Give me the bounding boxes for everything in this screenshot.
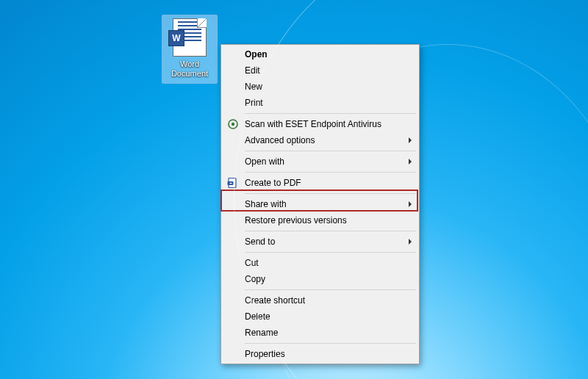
menu-item-label: Cut	[245, 258, 259, 268]
menu-item-label: Send to	[245, 237, 275, 247]
svg-point-1	[232, 123, 234, 126]
menu-item-label: Print	[245, 98, 263, 108]
menu-item-properties[interactable]: Properties	[223, 346, 417, 362]
menu-item-create-to-pdf[interactable]: Create to PDF	[223, 175, 417, 191]
pdf-icon	[227, 177, 239, 189]
menu-separator	[245, 252, 416, 253]
menu-item-label: Advanced options	[245, 135, 315, 145]
menu-item-label: Copy	[245, 274, 265, 284]
menu-item-label: Create to PDF	[245, 178, 301, 188]
menu-separator	[245, 151, 416, 151]
svg-rect-4	[230, 183, 232, 184]
file-label: Word Document	[164, 59, 215, 79]
submenu-arrow-icon	[409, 137, 412, 143]
menu-item-label: Properties	[245, 349, 285, 359]
menu-item-open[interactable]: Open	[223, 46, 417, 62]
menu-item-print[interactable]: Print	[223, 95, 417, 111]
menu-separator	[245, 343, 416, 344]
menu-item-label: Scan with ESET Endpoint Antivirus	[245, 119, 381, 129]
menu-item-advanced-options[interactable]: Advanced options	[223, 132, 417, 148]
submenu-arrow-icon	[409, 201, 412, 207]
menu-item-edit[interactable]: Edit	[223, 62, 417, 79]
submenu-arrow-icon	[409, 239, 412, 245]
menu-item-open-with[interactable]: Open with	[223, 154, 417, 170]
menu-item-delete[interactable]: Delete	[223, 308, 417, 325]
file-icon-word-document[interactable]: W Word Document	[162, 15, 218, 84]
context-menu: Open Edit New Print Scan with ESET Endpo…	[220, 44, 420, 364]
submenu-arrow-icon	[409, 159, 412, 165]
menu-item-cut[interactable]: Cut	[223, 255, 417, 271]
menu-item-copy[interactable]: Copy	[223, 271, 417, 287]
menu-item-label: Delete	[245, 311, 270, 322]
menu-item-label: Rename	[245, 328, 278, 338]
word-document-icon: W	[173, 18, 207, 57]
menu-item-label: Share with	[245, 199, 287, 209]
menu-item-label: Edit	[245, 65, 260, 76]
menu-item-new[interactable]: New	[223, 79, 417, 95]
menu-item-restore-previous-versions[interactable]: Restore previous versions	[223, 212, 417, 228]
menu-separator	[245, 231, 416, 231]
menu-item-rename[interactable]: Rename	[223, 325, 417, 341]
menu-item-create-shortcut[interactable]: Create shortcut	[223, 292, 417, 308]
menu-item-share-with[interactable]: Share with	[223, 196, 417, 212]
desktop-background: W Word Document Open Edit New Print	[0, 0, 588, 379]
menu-item-label: Open	[245, 49, 268, 59]
menu-item-label: New	[245, 82, 262, 92]
menu-separator	[245, 172, 416, 173]
menu-item-label: Open with	[245, 156, 284, 167]
menu-separator	[245, 289, 416, 290]
eset-icon	[227, 118, 239, 130]
menu-item-label: Create shortcut	[245, 295, 305, 306]
menu-item-send-to[interactable]: Send to	[223, 234, 417, 250]
menu-item-label: Restore previous versions	[245, 215, 347, 225]
menu-separator	[245, 113, 416, 114]
menu-item-scan-eset[interactable]: Scan with ESET Endpoint Antivirus	[223, 116, 417, 132]
menu-separator	[245, 193, 416, 194]
